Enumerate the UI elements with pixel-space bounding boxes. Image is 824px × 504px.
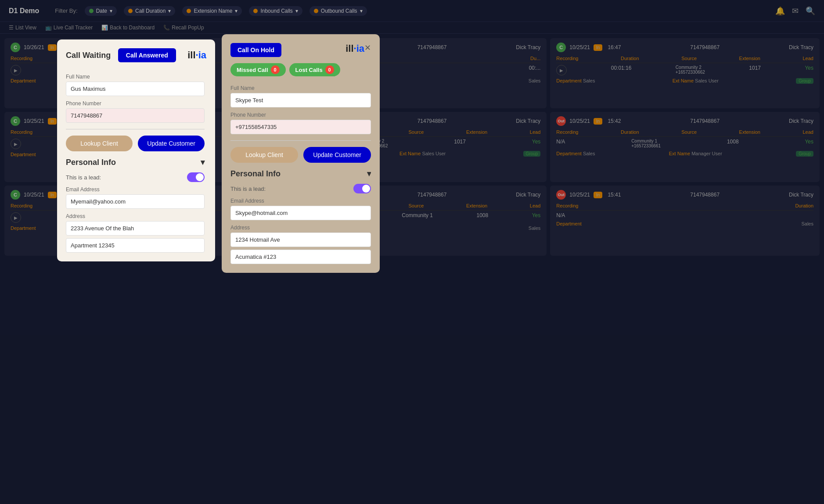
address-label: Address [66, 213, 205, 219]
hold-chevron-down-icon: ▾ [367, 169, 371, 179]
update-customer-button[interactable]: Update Customer [138, 136, 205, 151]
phone-number-label: Phone Number [66, 100, 205, 107]
full-name-label: Full Name [66, 74, 205, 80]
call-on-hold-modal: Call On Hold ill·ia ✕ Missed Call 0 Lost… [222, 34, 380, 273]
personal-info-section[interactable]: Personal Info ▾ [66, 157, 205, 167]
lead-toggle-row: This is a lead: [66, 172, 205, 182]
hold-lead-toggle-row: This is a lead: [230, 184, 371, 193]
hold-personal-info-label: Personal Info [230, 169, 281, 179]
hold-full-name-label: Full Name [230, 85, 371, 91]
call-on-hold-button[interactable]: Call On Hold [230, 43, 281, 57]
personal-info-label: Personal Info [66, 158, 116, 167]
hold-address-label: Address [230, 225, 371, 231]
hold-lookup-button[interactable]: Lookup Client [230, 147, 298, 163]
modal-waiting-content: Full Name Phone Number Lookup Client Upd… [66, 69, 206, 253]
missed-call-label: Missed Call [237, 67, 268, 73]
lead-label: This is a lead: [66, 174, 101, 181]
missed-call-badge[interactable]: Missed Call 0 [230, 63, 286, 76]
lost-calls-label: Lost Calls [295, 67, 323, 73]
lead-toggle[interactable] [187, 172, 205, 182]
hold-email-input[interactable] [230, 206, 371, 220]
email-label: Email Address [66, 186, 205, 193]
chevron-down-icon: ▾ [201, 157, 205, 167]
hold-lead-label: This is a lead: [230, 186, 266, 192]
hold-email-label: Email Address [230, 198, 371, 204]
hold-update-button[interactable]: Update Customer [303, 147, 371, 163]
call-waiting-modal: Call Waiting Call Answered ill·ia Full N… [57, 39, 215, 261]
modal-hold-content: Full Name Phone Number Lookup Client Upd… [230, 81, 371, 264]
hold-badges-row: Missed Call 0 Lost Calls 0 [230, 63, 371, 76]
hold-personal-info-section[interactable]: Personal Info ▾ [230, 169, 371, 179]
phone-number-input[interactable] [66, 108, 205, 123]
close-button[interactable]: ✕ [364, 43, 371, 53]
call-answered-button[interactable]: Call Answered [118, 48, 176, 62]
hold-phone-input[interactable] [230, 120, 371, 134]
modal-waiting-title: Call Waiting [66, 51, 111, 60]
hold-address2-input[interactable] [230, 250, 371, 264]
address2-input[interactable] [66, 238, 205, 253]
address1-input[interactable] [66, 221, 205, 236]
hold-lead-toggle[interactable] [353, 184, 371, 193]
lookup-client-button[interactable]: Lookup Client [66, 136, 133, 151]
lost-calls-badge[interactable]: Lost Calls 0 [289, 63, 340, 76]
hold-full-name-input[interactable] [230, 93, 371, 107]
hold-phone-label: Phone Number [230, 112, 371, 118]
email-input[interactable] [66, 194, 205, 209]
modal-hold-logo: ill·ia [345, 43, 364, 54]
modal-waiting-logo: ill·ia [187, 50, 206, 61]
full-name-input[interactable] [66, 82, 205, 96]
lost-count: 0 [325, 65, 334, 74]
missed-count: 0 [271, 65, 280, 74]
hold-address1-input[interactable] [230, 232, 371, 247]
